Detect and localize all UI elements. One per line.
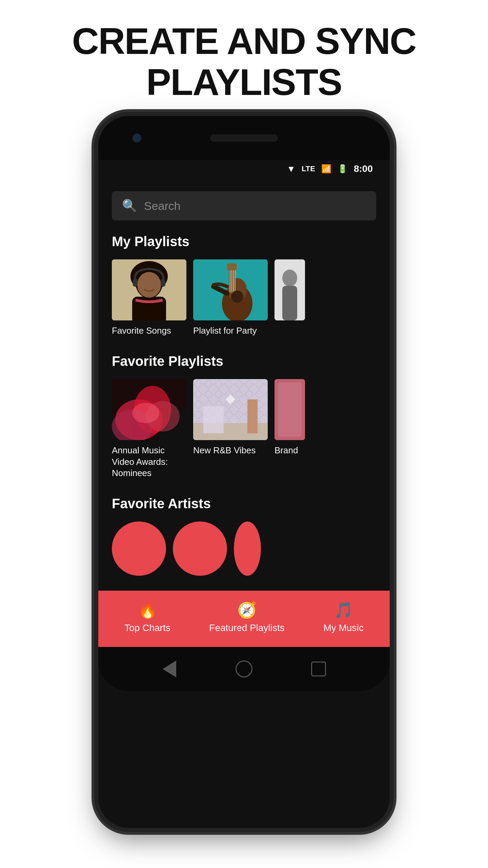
playlist-label-party: Playlist for Party: [193, 325, 268, 337]
search-bar[interactable]: 🔍 Search: [112, 191, 376, 220]
svg-point-15: [231, 291, 243, 303]
wifi-icon: ▼: [287, 164, 296, 174]
favorite-playlists-row: Annual Music Video Awards: Nominees: [112, 379, 376, 479]
svg-rect-37: [278, 382, 302, 437]
playlist-card-favorite-songs[interactable]: Favorite Songs: [112, 259, 186, 337]
phone-device: ▼ LTE 📶 🔋 8:00 🔍 Search My Playlists: [98, 116, 390, 828]
svg-point-18: [282, 270, 297, 287]
nav-item-my-music[interactable]: 🎵 My Music: [323, 601, 363, 633]
svg-point-28: [132, 403, 159, 423]
bottom-nav: 🔥 Top Charts 🧭 Featured Playlists 🎵 My M…: [98, 591, 390, 647]
status-bar: ▼ LTE 📶 🔋 8:00: [98, 160, 390, 178]
playlist-card-rnb[interactable]: New R&B Vibes: [193, 379, 268, 479]
svg-rect-19: [282, 286, 297, 320]
signal-icon: 📶: [321, 164, 331, 174]
favorite-playlists-section: Favorite Playlists: [112, 354, 376, 479]
svg-rect-16: [227, 263, 237, 270]
time-display: 8:00: [354, 163, 373, 174]
playlist-thumb-annual: [112, 379, 186, 440]
nav-item-featured-playlists[interactable]: 🧭 Featured Playlists: [209, 601, 285, 633]
playlist-card-myfav[interactable]: [274, 259, 305, 337]
svg-point-4: [137, 272, 161, 298]
svg-rect-34: [203, 406, 224, 433]
featured-playlists-label: Featured Playlists: [209, 623, 285, 633]
top-charts-icon: 🔥: [138, 601, 157, 619]
phone-top-bezel: [98, 116, 390, 160]
artist-circle-2[interactable]: [173, 521, 227, 576]
artist-circle-1[interactable]: [112, 521, 166, 576]
speaker: [210, 134, 278, 142]
playlist-thumb-brand: [274, 379, 305, 440]
favorite-artists-section: Favorite Artists: [112, 496, 376, 576]
playlist-thumb-myfav: [274, 259, 305, 320]
playlist-thumb-favorite-songs: [112, 259, 186, 320]
search-placeholder: Search: [144, 199, 181, 213]
svg-rect-6: [161, 279, 165, 287]
favorite-artists-row: [112, 521, 376, 576]
playlist-thumb-party: [193, 259, 268, 320]
recents-button[interactable]: [310, 660, 327, 677]
back-button[interactable]: [161, 660, 178, 677]
playlist-thumb-rnb: [193, 379, 268, 440]
camera-icon: [132, 133, 142, 143]
page-title: CREATE AND SYNC PLAYLISTS: [38, 0, 450, 116]
favorite-playlists-title: Favorite Playlists: [112, 354, 376, 369]
screen-content: 🔍 Search My Playlists: [98, 178, 390, 647]
svg-rect-5: [133, 279, 138, 287]
playlist-card-annual[interactable]: Annual Music Video Awards: Nominees: [112, 379, 186, 479]
back-icon: [163, 660, 176, 677]
top-charts-label: Top Charts: [124, 623, 170, 633]
lte-label: LTE: [302, 164, 315, 173]
my-playlists-row: Favorite Songs: [112, 259, 376, 337]
my-playlists-title: My Playlists: [112, 234, 376, 249]
home-button[interactable]: [236, 660, 252, 677]
battery-icon: 🔋: [338, 164, 348, 174]
playlist-label-brand: Brand: [274, 445, 305, 456]
phone-bottom-bezel: [98, 647, 390, 691]
my-playlists-section: My Playlists: [112, 234, 376, 337]
home-icon: [236, 660, 252, 677]
playlist-label-favorite-songs: Favorite Songs: [112, 325, 186, 337]
search-icon: 🔍: [122, 199, 137, 213]
featured-playlists-icon: 🧭: [237, 601, 257, 619]
playlist-card-brand[interactable]: Brand: [274, 379, 305, 479]
favorite-artists-title: Favorite Artists: [112, 496, 376, 511]
my-music-icon: 🎵: [334, 601, 353, 619]
playlist-label-rnb: New R&B Vibes: [193, 445, 268, 456]
my-music-label: My Music: [323, 623, 363, 633]
artist-circle-3[interactable]: [234, 521, 261, 576]
playlist-label-annual: Annual Music Video Awards: Nominees: [112, 445, 186, 479]
nav-item-top-charts[interactable]: 🔥 Top Charts: [124, 601, 170, 633]
svg-rect-33: [247, 399, 258, 433]
recents-icon: [311, 662, 326, 676]
playlist-card-party[interactable]: Playlist for Party: [193, 259, 268, 337]
